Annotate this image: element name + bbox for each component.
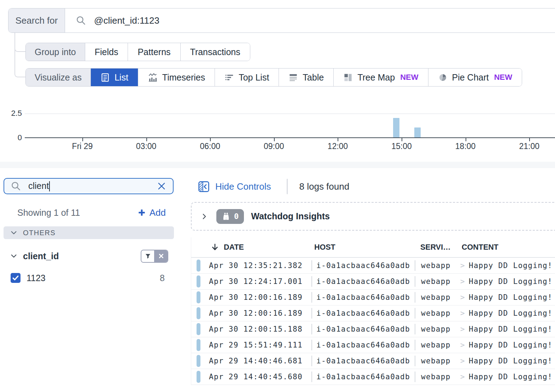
visualize-option-label: Top List [239,72,269,83]
cell-divider [311,276,312,287]
log-service: webapp [421,373,452,381]
group-option-patterns[interactable]: Patterns [128,43,180,61]
timeline-chart[interactable]: Fri 2903:0006:0009:0012:0015:0018:0021:0… [25,106,555,152]
column-header-service[interactable]: SERVI… [420,243,451,252]
watchdog-insights-panel[interactable]: 0 Watchdog Insights [191,202,555,231]
log-row[interactable]: Apr 30 12:35:21.382i-0a1acbaac646a0adbwe… [191,258,555,274]
log-explorer: Search for @client_id:1123 Group into Fi… [0,0,555,392]
y-axis-tick-label: 2.5 [0,109,22,118]
group-option-transactions[interactable]: Transactions [181,43,250,61]
x-axis-tick [402,138,402,141]
visualize-option-tree-map[interactable]: Tree MapNEW [334,69,428,86]
others-section-header[interactable]: OTHERS [4,226,174,239]
watchdog-title: Watchdog Insights [251,211,330,221]
column-header-content[interactable]: CONTENT [462,243,498,252]
x-axis-tick-label: 03:00 [136,142,157,151]
facet-value-checkbox[interactable] [11,273,21,283]
status-pill [197,291,200,303]
chart-plot-area[interactable] [25,106,555,138]
sort-descending-icon[interactable] [211,243,219,251]
visualize-option-label: Tree Map [357,72,395,83]
facet-search-value: client [28,181,50,192]
log-table-body: Apr 30 12:35:21.382i-0a1acbaac646a0adbwe… [191,258,555,385]
cell-divider [311,372,312,382]
status-pill [197,323,200,335]
text-caret [49,181,50,191]
filter-clear-button[interactable] [154,250,168,262]
log-row[interactable]: Apr 29 14:40:46.681i-0a1acbaac646a0adbwe… [191,353,555,369]
visualize-as-control: Visualize as ListTimeseriesTop ListTable… [25,68,522,87]
query-input[interactable]: @client_id:1123 [65,8,555,32]
status-pill [197,339,200,351]
log-content: Happy DD Logging! [469,373,553,381]
log-row[interactable]: Apr 30 12:00:15.188i-0a1acbaac646a0adbwe… [191,321,555,337]
facet-search-input[interactable]: client [4,178,174,194]
visualize-option-top-list[interactable]: Top List [215,69,279,86]
search-for-label: Search for [8,8,65,32]
y-axis-tick-label: 0 [0,133,22,142]
facet-summary-row: Showing 1 of 11 Add [4,205,174,220]
search-icon [11,181,21,191]
search-icon [76,15,86,26]
column-header-host[interactable]: HOST [314,243,335,252]
chevron-right-icon[interactable] [200,213,208,220]
x-axis-tick-label: 09:00 [264,142,284,151]
filter-funnel-button[interactable] [141,250,154,262]
x-axis-tick-label: 15:00 [391,142,412,151]
chevron-down-icon[interactable] [10,252,18,260]
expand-chevron-icon: > [460,293,465,302]
log-row[interactable]: Apr 29 14:40:45.680i-0a1acbaac646a0adbwe… [191,369,555,385]
facet-filter-buttons [141,250,168,263]
log-row[interactable]: Apr 30 12:00:16.189i-0a1acbaac646a0adbwe… [191,305,555,321]
group-option-fields[interactable]: Fields [85,43,128,61]
status-pill [197,260,200,272]
watchdog-count: 0 [234,212,239,221]
toplist-icon [224,73,234,82]
visualize-option-label: Table [303,72,324,83]
visualize-option-label: List [115,72,128,83]
column-header-date[interactable]: DATE [224,243,244,252]
clear-search-icon[interactable] [157,181,166,191]
log-host: i-0a1acbaac646a0adb [316,309,410,317]
x-axis-tick-label: 18:00 [455,142,476,151]
visualize-option-timeseries[interactable]: Timeseries [138,69,215,86]
tree-connector [14,33,25,77]
visualize-option-list[interactable]: List [91,69,138,86]
status-pill [197,371,200,383]
group-into-label: Group into [26,43,85,61]
log-service: webapp [421,277,452,286]
cell-divider [415,308,415,319]
cell-divider [311,308,312,319]
x-axis-line [25,137,555,138]
hide-controls-icon [198,181,209,192]
x-axis-tick [529,138,530,141]
list-icon [100,73,110,82]
log-host: i-0a1acbaac646a0adb [316,373,410,381]
log-service: webapp [421,309,452,317]
section-divider [0,162,555,168]
visualize-option-table[interactable]: Table [279,69,334,86]
log-row[interactable]: Apr 30 12:00:16.189i-0a1acbaac646a0adbwe… [191,290,555,305]
log-row[interactable]: Apr 30 12:24:17.001i-0a1acbaac646a0adbwe… [191,274,555,290]
visualize-option-label: Timeseries [162,72,205,83]
add-facet-button[interactable]: Add [138,207,166,218]
log-date: Apr 30 12:00:15.188 [209,325,305,333]
expand-chevron-icon: > [460,341,465,349]
log-row[interactable]: Apr 29 15:51:49.111i-0a1acbaac646a0adbwe… [191,337,555,353]
query-text: @client_id:1123 [94,15,159,26]
piechart-icon [438,73,448,82]
x-axis-tick-label: 12:00 [328,142,348,151]
cell-divider [415,356,415,366]
status-pill [197,275,200,287]
log-content: Happy DD Logging! [469,309,553,317]
log-table: DATE HOST SERVI… CONTENT Apr 30 12:35:21… [191,237,555,385]
log-date: Apr 29 14:40:45.680 [209,373,305,381]
log-service: webapp [421,357,452,365]
x-axis-tick [338,138,338,141]
log-host: i-0a1acbaac646a0adb [316,357,410,365]
hide-controls-button[interactable]: Hide Controls [198,181,271,192]
visualize-option-pie-chart[interactable]: Pie ChartNEW [428,69,522,86]
cell-divider [311,324,312,334]
watchdog-badge: 0 [216,209,244,224]
facet-value-count: 8 [160,273,165,283]
